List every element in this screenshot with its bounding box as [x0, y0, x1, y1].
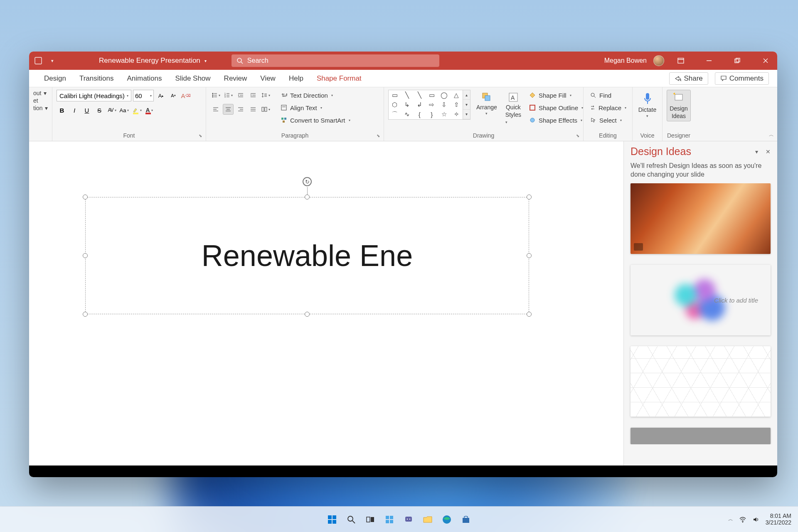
- quick-styles-button[interactable]: A Quick Styles ▾: [503, 90, 524, 126]
- font-name-select[interactable]: Calibri Light (Headings)▾: [57, 90, 131, 101]
- resize-handle-tm[interactable]: [305, 195, 310, 200]
- increase-font-button[interactable]: A▴: [155, 90, 166, 101]
- widgets-button[interactable]: [382, 512, 397, 527]
- decrease-font-button[interactable]: A▾: [168, 90, 179, 101]
- arrange-button[interactable]: Arrange▾: [474, 90, 500, 117]
- start-button[interactable]: [325, 512, 340, 527]
- tab-transitions[interactable]: Transitions: [73, 70, 121, 87]
- find-icon: [590, 92, 596, 98]
- font-dialog-launcher[interactable]: ⬊: [197, 133, 203, 139]
- slide-canvas-area[interactable]: Renewable Ene: [29, 141, 623, 466]
- bold-button[interactable]: B: [57, 105, 67, 116]
- user-name[interactable]: Megan Bowen: [604, 57, 647, 64]
- align-right-button[interactable]: [235, 104, 246, 115]
- line-spacing-button[interactable]: [260, 90, 271, 101]
- change-case-button[interactable]: Aa: [119, 105, 130, 116]
- italic-button[interactable]: I: [69, 105, 80, 116]
- shapes-gallery[interactable]: ▭╲╲▭◯△ ⬡↳↲⇨⇩⇧ ⌒∿{}☆✧: [388, 90, 463, 120]
- columns-button[interactable]: [260, 104, 271, 115]
- title-text[interactable]: Renewable Ene: [85, 239, 529, 273]
- drawing-dialog-launcher[interactable]: ⬊: [575, 133, 581, 139]
- share-button[interactable]: Share: [669, 72, 708, 85]
- taskbar-search[interactable]: [344, 512, 359, 527]
- design-idea-4[interactable]: [631, 428, 771, 444]
- highlight-button[interactable]: [131, 105, 142, 116]
- increase-indent-button[interactable]: [248, 90, 259, 101]
- resize-handle-br[interactable]: [527, 312, 532, 317]
- collapse-ribbon-button[interactable]: ︿: [769, 131, 774, 138]
- clear-formatting-button[interactable]: A⌫: [180, 90, 191, 101]
- taskbar-edge[interactable]: [439, 512, 454, 527]
- maximize-button[interactable]: [726, 52, 749, 70]
- bullets-icon: [212, 92, 217, 98]
- avatar[interactable]: [653, 55, 664, 66]
- select-button[interactable]: Select▾: [588, 115, 628, 126]
- taskbar-chat[interactable]: [401, 512, 416, 527]
- shapes-gallery-scroll[interactable]: ▴▾▾: [463, 90, 470, 120]
- resize-handle-tr[interactable]: [527, 195, 532, 200]
- search-input[interactable]: Search: [232, 54, 439, 67]
- autosave-toggle[interactable]: [33, 56, 43, 66]
- layout-button[interactable]: out ▾: [33, 90, 48, 96]
- underline-button[interactable]: U: [81, 105, 92, 116]
- shape-outline-button[interactable]: Shape Outline▾: [527, 102, 585, 113]
- text-direction-button[interactable]: ⇅AText Direction▾: [278, 90, 352, 101]
- find-button[interactable]: Find: [588, 90, 628, 101]
- justify-button[interactable]: [248, 104, 259, 115]
- align-center-button[interactable]: [223, 104, 234, 115]
- resize-handle-bl[interactable]: [83, 312, 88, 317]
- qat-customize[interactable]: ▾: [47, 56, 57, 66]
- pane-options-button[interactable]: ▾: [755, 148, 758, 155]
- design-idea-2[interactable]: Click to add title: [631, 265, 771, 335]
- taskbar-explorer[interactable]: [420, 512, 435, 527]
- section-button[interactable]: tion ▾: [33, 105, 48, 111]
- align-left-button[interactable]: [210, 104, 221, 115]
- svg-point-66: [348, 516, 353, 521]
- paragraph-dialog-launcher[interactable]: ⬊: [375, 133, 381, 139]
- decrease-indent-button[interactable]: [235, 90, 246, 101]
- document-title[interactable]: Renewable Energy Presentation ▾: [99, 57, 207, 65]
- dictate-button[interactable]: Dictate▾: [637, 90, 658, 120]
- title-bar: ▾ Renewable Energy Presentation ▾ Search…: [29, 52, 777, 70]
- font-color-button[interactable]: A: [144, 105, 155, 116]
- font-size-select[interactable]: 60▾: [133, 90, 154, 101]
- shape-effects-button[interactable]: Shape Effects▾: [527, 115, 585, 126]
- minimize-button[interactable]: [697, 52, 721, 70]
- taskbar-store[interactable]: [458, 512, 473, 527]
- ribbon-display-button[interactable]: [669, 52, 692, 70]
- designer-group: Design Ideas Designer: [663, 87, 695, 141]
- numbering-button[interactable]: 123: [223, 90, 234, 101]
- tab-shape-format[interactable]: Shape Format: [310, 70, 368, 87]
- rotate-handle[interactable]: [303, 177, 312, 186]
- title-textbox[interactable]: Renewable Ene: [85, 197, 529, 314]
- tab-review[interactable]: Review: [217, 70, 254, 87]
- replace-icon: [590, 105, 596, 111]
- svg-rect-74: [405, 517, 412, 522]
- align-text-button[interactable]: Align Text▾: [278, 102, 352, 113]
- close-button[interactable]: [754, 52, 777, 70]
- design-idea-3[interactable]: [631, 346, 771, 417]
- task-view-button[interactable]: [363, 512, 378, 527]
- tab-view[interactable]: View: [254, 70, 282, 87]
- resize-handle-tl[interactable]: [83, 195, 88, 200]
- replace-button[interactable]: Replace▾: [588, 102, 628, 113]
- comments-button[interactable]: Comments: [715, 72, 769, 85]
- resize-handle-bm[interactable]: [305, 312, 310, 317]
- volume-icon[interactable]: [752, 516, 760, 523]
- char-spacing-button[interactable]: AV: [106, 105, 117, 116]
- tab-design[interactable]: Design: [37, 70, 73, 87]
- pane-close-button[interactable]: ✕: [766, 148, 771, 155]
- design-ideas-button[interactable]: Design Ideas: [667, 90, 691, 121]
- design-idea-1[interactable]: [631, 183, 771, 254]
- shape-fill-button[interactable]: Shape Fill▾: [527, 90, 585, 101]
- wifi-icon[interactable]: [739, 516, 746, 523]
- strikethrough-button[interactable]: S: [94, 105, 105, 116]
- convert-smartart-button[interactable]: Convert to SmartArt▾: [278, 115, 352, 126]
- tab-animations[interactable]: Animations: [120, 70, 168, 87]
- reset-button[interactable]: et: [33, 97, 48, 104]
- bullets-button[interactable]: [210, 90, 221, 101]
- tray-chevron[interactable]: ︿: [728, 516, 733, 523]
- taskbar-clock[interactable]: 8:01 AM 3/21/2022: [766, 513, 791, 526]
- tab-slide-show[interactable]: Slide Show: [169, 70, 217, 87]
- tab-help[interactable]: Help: [282, 70, 310, 87]
